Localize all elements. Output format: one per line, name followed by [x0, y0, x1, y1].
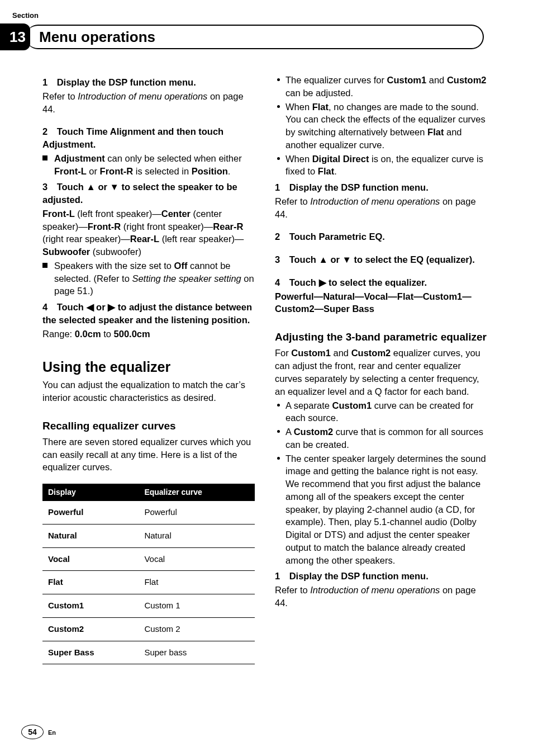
text: and	[426, 75, 447, 85]
note-text: Adjustment can only be selected when eit…	[54, 152, 255, 178]
step-1-head: 1 Display the DSP function menu.	[42, 76, 255, 89]
text: and	[331, 348, 351, 358]
bullet-digital-direct: When Digital Direct is on, the equalizer…	[275, 153, 487, 178]
text: Speakers with the size set to	[54, 261, 174, 271]
text-bold: Custom1	[291, 348, 331, 358]
square-bullet-icon	[42, 263, 47, 268]
text-bold: Digital Direct	[312, 154, 369, 164]
equalizer-table: Display Equalizer curve PowerfulPowerful…	[42, 484, 255, 664]
text-bold: Flat	[427, 127, 444, 137]
footer: 54 En	[21, 725, 56, 739]
text-bold: Flat	[318, 166, 334, 176]
cell-curve: Super bass	[139, 641, 255, 664]
cell-display: Super Bass	[42, 641, 139, 664]
bullet-icon	[277, 157, 280, 160]
text: .	[334, 166, 337, 176]
cell-display: Natural	[42, 525, 139, 548]
text: (right front speaker)—	[121, 221, 213, 231]
cell-display: Powerful	[42, 501, 139, 524]
text: For	[275, 348, 291, 358]
note-adjustment: Adjustment can only be selected when eit…	[42, 152, 255, 178]
ref-italic: Introduction of menu operations	[310, 196, 440, 206]
bullet-custom2-common: A Custom2 curve that is common for all s…	[275, 426, 487, 451]
table-row: Custom2Custom 2	[42, 617, 255, 641]
bullet-text: A separate Custom1 curve can be created …	[285, 399, 487, 425]
r-step-1-body: Refer to Introduction of menu operations…	[275, 195, 487, 221]
cell-curve: Natural	[139, 525, 255, 548]
text: (left rear speaker)—	[159, 234, 244, 244]
bullet-icon	[277, 78, 280, 81]
bullet-text: The equalizer curves for Custom1 and Cus…	[285, 74, 487, 100]
text-bold: Off	[174, 261, 188, 271]
text-bold: Front-L	[42, 209, 75, 219]
text-bold: 500.0cm	[114, 329, 150, 339]
r-step-1-head: 1 Display the DSP function menu.	[275, 181, 487, 194]
cell-display: Custom2	[42, 617, 139, 641]
text-bold: Position	[192, 166, 228, 176]
text: A	[285, 427, 294, 437]
step-3-head: 3 Touch ▲ or ▼ to select the speaker to …	[42, 181, 255, 206]
cell-display: Flat	[42, 571, 139, 594]
text: When	[285, 102, 312, 112]
bullet-flat: When Flat, no changes are made to the so…	[275, 101, 487, 152]
table-row: Super BassSuper bass	[42, 641, 255, 664]
text-bold: Subwoofer	[42, 247, 90, 257]
text-bold: Custom2	[351, 348, 391, 358]
heading-using-equalizer: Using the equalizer	[42, 357, 255, 377]
ref-italic: Introduction of menu operations	[78, 91, 207, 101]
cell-curve: Vocal	[139, 547, 255, 571]
step-4-head: 4 Touch ◀ or ▶ to adjust the distance be…	[42, 301, 255, 327]
text: Refer to	[275, 585, 310, 595]
th-display: Display	[42, 484, 139, 501]
bullet-text: A Custom2 curve that is common for all s…	[285, 426, 487, 451]
page: Section 13 Menu operations 1 Display the…	[0, 0, 533, 756]
text: A separate	[285, 400, 332, 410]
section-label: Section	[12, 11, 39, 20]
table-row: VocalVocal	[42, 547, 255, 571]
text-bold: 0.0cm	[75, 329, 101, 339]
header: Section 13 Menu operations	[0, 0, 533, 50]
square-bullet-icon	[42, 155, 47, 160]
table-row: PowerfulPowerful	[42, 501, 255, 524]
cell-curve: Powerful	[139, 501, 255, 524]
recall-desc: There are seven stored equalizer curves …	[42, 436, 255, 474]
text: to	[101, 329, 114, 339]
step-2-head: 2 Touch Time Alignment and then touch Ad…	[42, 125, 255, 151]
note-text: Speakers with the size set to Off cannot…	[54, 259, 255, 297]
bullet-icon	[277, 404, 280, 407]
text: .	[228, 166, 231, 176]
table-row: NaturalNatural	[42, 525, 255, 548]
left-column: 1 Display the DSP function menu. Refer t…	[42, 73, 255, 664]
speaker-list: Front-L (left front speaker)—Center (cen…	[42, 207, 255, 258]
r-step-4-list: Powerful—Natural—Vocal—Flat—Custom1—Cust…	[275, 290, 487, 316]
table-row: FlatFlat	[42, 571, 255, 594]
h3-desc: For Custom1 and Custom2 equalizer curves…	[275, 347, 487, 398]
text-bold: Custom1	[332, 400, 372, 410]
r-step-2-head: 2 Touch Parametric EQ.	[275, 230, 487, 243]
text-bold: Center	[161, 209, 191, 219]
text-bold: Rear-R	[213, 221, 243, 231]
bullet-text: When Digital Direct is on, the equalizer…	[285, 153, 487, 178]
section-title: Menu operations	[39, 29, 155, 46]
text: is selected in	[133, 166, 192, 176]
table-row: Custom1Custom 1	[42, 594, 255, 618]
r-step-4-head: 4 Touch ▶ to select the equalizer.	[275, 276, 487, 289]
page-number: 54	[21, 725, 44, 739]
text-bold: Front-R	[100, 166, 134, 176]
r-stepB-1-head: 1 Display the DSP function menu.	[275, 570, 487, 583]
bullet-custom-adjust: The equalizer curves for Custom1 and Cus…	[275, 74, 487, 100]
section-title-wrap: Menu operations	[26, 25, 484, 49]
bullet-center-speaker: The center speaker largely determines th…	[275, 452, 487, 567]
text: Range:	[42, 329, 75, 339]
text-bold: Custom1	[387, 75, 427, 85]
text: When	[285, 154, 312, 164]
cell-curve: Flat	[139, 571, 255, 594]
step-4-body: Range: 0.0cm to 500.0cm	[42, 328, 255, 341]
text-bold: Adjustment	[54, 153, 105, 163]
text: Refer to	[42, 91, 78, 101]
ref-italic: Setting the speaker setting	[132, 273, 241, 284]
cell-display: Vocal	[42, 547, 139, 571]
section-tab: 13 Menu operations	[0, 23, 484, 50]
ref-italic: Introduction of menu operations	[310, 585, 440, 595]
r-stepB-1-body: Refer to Introduction of menu operations…	[275, 584, 487, 609]
